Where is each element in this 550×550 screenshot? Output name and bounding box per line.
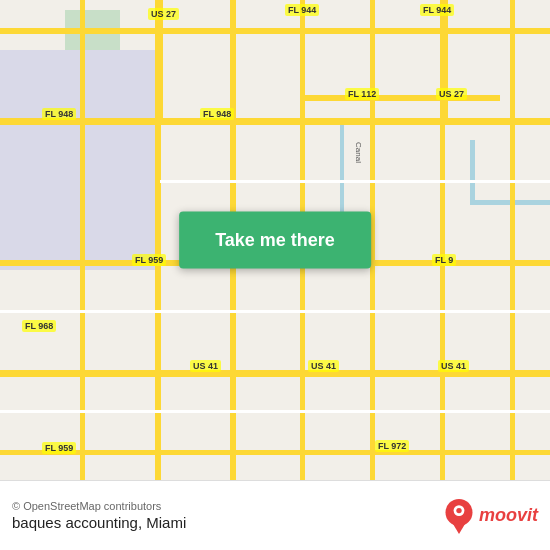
label-fl944-2: FL 944 xyxy=(420,4,454,16)
bottom-left: © OpenStreetMap contributors baques acco… xyxy=(12,500,186,531)
take-me-there-button[interactable]: Take me there xyxy=(179,212,371,269)
label-us41-3: US 41 xyxy=(438,360,469,372)
label-fl944-1: FL 944 xyxy=(285,4,319,16)
svg-point-3 xyxy=(456,507,461,512)
label-fl112: FL 112 xyxy=(345,88,379,100)
minor-road-h1 xyxy=(160,180,550,183)
canal-label: Canal xyxy=(354,142,363,163)
map-container: US 27 FL 944 FL 944 FL 948 FL 948 FL 112… xyxy=(0,0,550,480)
road-fl112 xyxy=(300,95,500,101)
label-fl948-1: FL 948 xyxy=(42,108,76,120)
road-us27-right xyxy=(440,0,448,125)
location-text: baques accounting, Miami xyxy=(12,514,186,531)
moovit-text: moovit xyxy=(479,505,538,526)
minor-road-h2 xyxy=(0,310,550,313)
minor-road-h3 xyxy=(0,410,550,413)
label-fl948-2: FL 948 xyxy=(200,108,234,120)
moovit-logo: moovit xyxy=(443,498,538,534)
canal-4 xyxy=(470,140,475,205)
road-v7 xyxy=(80,0,85,480)
svg-marker-2 xyxy=(448,516,470,534)
copyright-text: © OpenStreetMap contributors xyxy=(12,500,186,512)
label-fl968: FL 968 xyxy=(22,320,56,332)
bottom-bar: © OpenStreetMap contributors baques acco… xyxy=(0,480,550,550)
label-fl959-2: FL 959 xyxy=(42,442,76,454)
label-us41-2: US 41 xyxy=(308,360,339,372)
label-fl972: FL 972 xyxy=(375,440,409,452)
label-us27-1: US 27 xyxy=(148,8,179,20)
label-us41-1: US 41 xyxy=(190,360,221,372)
label-fl9: FL 9 xyxy=(432,254,456,266)
label-us27-2: US 27 xyxy=(436,88,467,100)
label-fl959-1: FL 959 xyxy=(132,254,166,266)
road-v6 xyxy=(510,0,515,480)
moovit-pin-icon xyxy=(443,498,475,534)
